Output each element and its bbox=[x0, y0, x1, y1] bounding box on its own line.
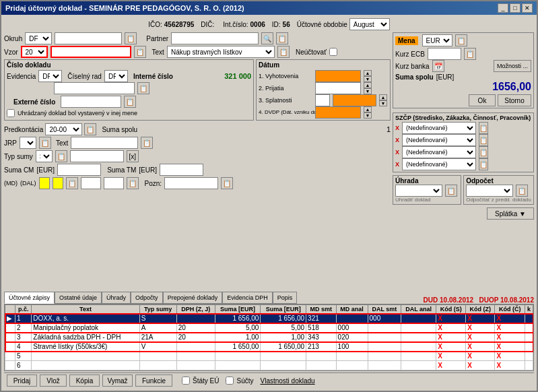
odpocet-select[interactable] bbox=[466, 185, 513, 197]
jrp-text-btn[interactable]: 📋 bbox=[141, 137, 153, 149]
vzor-icon-btn[interactable]: 📋 bbox=[134, 46, 146, 58]
funkcie-button[interactable]: Funkcie bbox=[135, 374, 172, 387]
sucty-checkbox[interactable] bbox=[226, 377, 234, 385]
szcp-btn-3[interactable]: 📋 bbox=[479, 146, 488, 158]
row-dal-anal bbox=[401, 333, 436, 342]
text-select[interactable]: Nákup stravných lístkov bbox=[167, 46, 275, 58]
table-row[interactable]: 6XXX bbox=[5, 361, 533, 370]
partner-search-btn[interactable]: 🔍 bbox=[261, 32, 273, 44]
staty-eu-checkbox[interactable] bbox=[182, 377, 190, 385]
externe-row: Externé číslo 2012/00812 📋 bbox=[7, 96, 251, 108]
interne-cislo-input[interactable]: 3020120016 bbox=[54, 82, 135, 94]
dph-date-input[interactable]: 10.08.2012 bbox=[315, 106, 361, 119]
vloz-button[interactable]: Vlož bbox=[40, 374, 67, 387]
tab-uctovne-zapisy[interactable]: Účtovné zápisy bbox=[4, 292, 55, 304]
close-button[interactable]: ✕ bbox=[522, 3, 533, 13]
splatnosti-days-input[interactable]: 14 bbox=[315, 94, 330, 106]
szcp-row-4: X (Nedefinované) 📋 bbox=[395, 158, 531, 170]
table-row[interactable]: 3Základná sadzba DPH - DPH21A201,001,003… bbox=[5, 333, 533, 342]
splatnosti-down[interactable]: ▼ bbox=[379, 100, 387, 106]
vyhotovenia-up[interactable]: ▲ bbox=[364, 70, 372, 76]
dal-val[interactable]: 000 bbox=[104, 177, 124, 189]
storno-button[interactable]: Storno bbox=[498, 94, 531, 106]
sumatm-input[interactable]: 1 656,00 bbox=[160, 164, 203, 176]
tab-prepojene-doklady[interactable]: Prepojené doklady bbox=[163, 292, 223, 304]
typsumy-icon-btn[interactable]: [x] bbox=[127, 150, 139, 162]
externe-input[interactable]: 2012/00812 bbox=[61, 96, 121, 108]
szcp-btn-2[interactable]: 📋 bbox=[479, 134, 488, 146]
row-kod-s: X bbox=[436, 314, 466, 323]
prijatia-down[interactable]: ▼ bbox=[364, 88, 372, 94]
typsumy-btn[interactable]: 📋 bbox=[55, 150, 67, 162]
vzor-desc[interactable]: DF - Nový doklad bbox=[51, 46, 131, 58]
table-row[interactable]: ▶1DOXX, a. s.S1 656,001 656,00321000XXX bbox=[5, 314, 533, 323]
partner-input[interactable]: DOXX, a. s. bbox=[171, 32, 259, 44]
vymazh-button[interactable]: Vymaž bbox=[102, 374, 133, 387]
table-row[interactable]: 4Stravné lístky (550ks/3€)V1 650,001 650… bbox=[5, 342, 533, 352]
prijatia-input[interactable]: 12.08.2012 bbox=[315, 82, 361, 94]
table-row[interactable]: 2Manipulačný poplatokA205,005,00518000XX… bbox=[5, 323, 533, 333]
szcp-select-3[interactable]: (Nedefinované) bbox=[402, 146, 476, 158]
jrp-select[interactable] bbox=[20, 137, 36, 149]
md-val[interactable]: 321 bbox=[81, 177, 101, 189]
jrp-text-input[interactable]: DOXX, a. s. bbox=[71, 137, 138, 149]
okruh-select[interactable]: DF bbox=[25, 32, 52, 44]
dal-icon-btn[interactable]: 📋 bbox=[127, 177, 139, 189]
szcp-select-2[interactable]: (Nedefinované) bbox=[402, 134, 476, 146]
mena-select[interactable]: EUR bbox=[422, 34, 452, 46]
neuctovat-checkbox[interactable] bbox=[329, 48, 337, 56]
uhradeny-checkbox[interactable] bbox=[7, 109, 15, 117]
ok-button[interactable]: Ok bbox=[469, 94, 496, 106]
tab-popis[interactable]: Popis bbox=[273, 292, 298, 304]
md-box1[interactable] bbox=[39, 177, 50, 189]
typsumy-select[interactable]: S bbox=[36, 150, 53, 162]
tab-evidencia-dph[interactable]: Evidencia DPH bbox=[222, 292, 273, 304]
sumacm-input[interactable]: 1 656,00 bbox=[57, 164, 101, 176]
splatnosti-date-input[interactable]: 24.08.2012 bbox=[333, 94, 376, 106]
kurz-ecb-input[interactable]: 1,000 bbox=[428, 48, 461, 60]
vyhotovenia-input[interactable]: 10.08.2012 bbox=[315, 70, 361, 82]
okruh-icon-btn[interactable]: 📋 bbox=[125, 32, 137, 44]
kurz-banka-icon[interactable]: 📅 bbox=[432, 60, 444, 72]
predkontacia-btn[interactable]: 📋 bbox=[84, 123, 96, 135]
prijatia-up[interactable]: ▲ bbox=[364, 82, 372, 88]
mena-icon-btn[interactable]: 📋 bbox=[455, 34, 467, 46]
vyhotovenia-down[interactable]: ▼ bbox=[364, 76, 372, 82]
obdobie-select[interactable]: August bbox=[349, 18, 390, 30]
kurz-ecb-btn[interactable]: 📋 bbox=[464, 48, 476, 60]
moznosti-btn[interactable]: Možnosti ... bbox=[494, 60, 531, 72]
partner-icon-btn[interactable]: 📋 bbox=[276, 32, 288, 44]
jrp-btn[interactable]: 📋 bbox=[39, 137, 51, 149]
cislovanie-select[interactable]: DF bbox=[104, 70, 128, 82]
kopia-button[interactable]: Kópia bbox=[69, 374, 100, 387]
text-icon-btn[interactable]: 📋 bbox=[277, 46, 290, 58]
splatnosti-up[interactable]: ▲ bbox=[379, 94, 387, 100]
szcp-btn-1[interactable]: 📋 bbox=[479, 122, 488, 134]
uhrada-btn[interactable]: 📋 bbox=[445, 185, 457, 197]
minimize-button[interactable]: _ bbox=[498, 3, 508, 13]
interne-icon-btn[interactable]: 📋 bbox=[137, 82, 149, 94]
odpocet-btn[interactable]: 📋 bbox=[516, 185, 528, 197]
tab-ostatne-udaje[interactable]: Ostatné údaje bbox=[55, 292, 102, 304]
tab-odpocty[interactable]: Odpočty bbox=[131, 292, 163, 304]
dph-up[interactable]: ▲ bbox=[364, 106, 372, 112]
md-icon-btn[interactable]: 📋 bbox=[66, 177, 78, 189]
md-box2[interactable] bbox=[53, 177, 63, 189]
tab-uhrady[interactable]: Úhrady bbox=[102, 292, 131, 304]
splatka-button[interactable]: Splátka ▼ bbox=[487, 207, 534, 220]
pozn-btn[interactable]: 📋 bbox=[221, 177, 233, 189]
row-num: 6 bbox=[15, 361, 32, 370]
table-row[interactable]: 5XXX bbox=[5, 352, 533, 361]
predkontacia-select[interactable]: 20-00 bbox=[45, 123, 82, 135]
pridaj-button[interactable]: Pridaj bbox=[7, 374, 37, 387]
evidencia-select[interactable]: DF bbox=[38, 70, 62, 82]
vzor-select[interactable]: 20 bbox=[21, 46, 48, 58]
uhrada-select[interactable] bbox=[395, 185, 442, 197]
szcp-select-1[interactable]: (Nedefinované) bbox=[402, 122, 476, 134]
szcp-btn-4[interactable]: 📋 bbox=[479, 158, 488, 170]
szcp-select-4[interactable]: (Nedefinované) bbox=[402, 158, 476, 170]
dph-down[interactable]: ▼ bbox=[364, 112, 372, 119]
pozn-input[interactable] bbox=[164, 177, 218, 189]
externe-icon-btn[interactable]: 📋 bbox=[124, 96, 136, 108]
maximize-button[interactable]: □ bbox=[510, 3, 520, 13]
